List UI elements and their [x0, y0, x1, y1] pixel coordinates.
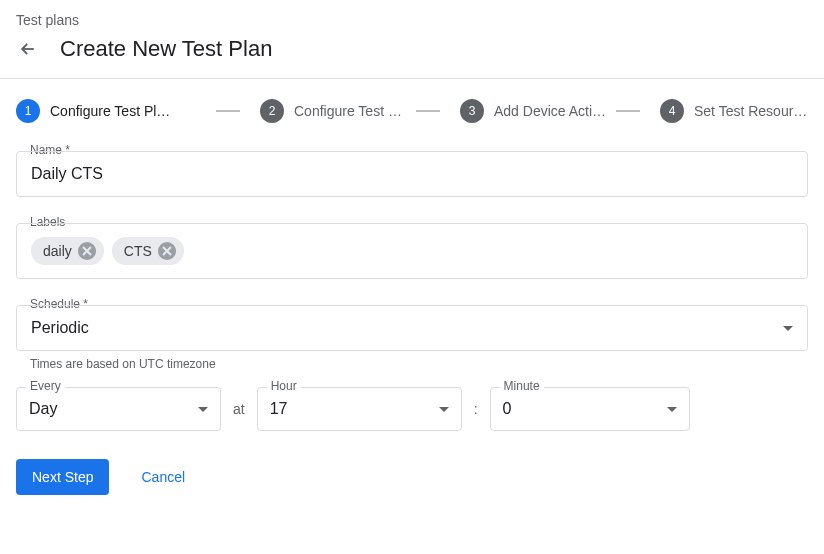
name-field-wrap: Name * — [16, 151, 808, 197]
page-title: Create New Test Plan — [60, 36, 272, 62]
chip-remove-icon[interactable] — [78, 242, 96, 260]
chevron-down-icon — [439, 407, 449, 412]
step-4[interactable]: 4 Set Test Resourc… — [616, 99, 808, 123]
schedule-period-row: Every Day at Hour 17 : Minute 0 — [16, 387, 808, 431]
step-2[interactable]: 2 Configure Test Ru… — [216, 99, 408, 123]
minute-field-wrap: Minute 0 — [490, 387, 690, 431]
hour-label: Hour — [267, 379, 301, 393]
minute-select[interactable]: 0 — [490, 387, 690, 431]
every-field-wrap: Every Day — [16, 387, 221, 431]
every-value: Day — [29, 400, 57, 418]
schedule-select[interactable]: Periodic — [16, 305, 808, 351]
actions-row: Next Step Cancel — [16, 459, 808, 495]
step-4-label: Set Test Resourc… — [694, 103, 808, 119]
schedule-hint: Times are based on UTC timezone — [16, 357, 808, 371]
back-arrow-icon[interactable] — [16, 37, 40, 61]
colon-separator: : — [474, 401, 478, 417]
step-connector-icon — [416, 110, 440, 112]
step-1[interactable]: 1 Configure Test Pl… — [16, 99, 208, 123]
next-step-button[interactable]: Next Step — [16, 459, 109, 495]
hour-field-wrap: Hour 17 — [257, 387, 462, 431]
hour-select[interactable]: 17 — [257, 387, 462, 431]
hour-value: 17 — [270, 400, 288, 418]
page-header: Create New Test Plan — [0, 32, 824, 78]
step-1-circle: 1 — [16, 99, 40, 123]
step-3-circle: 3 — [460, 99, 484, 123]
labels-field[interactable]: daily CTS — [16, 223, 808, 279]
chip-remove-icon[interactable] — [158, 242, 176, 260]
chevron-down-icon — [667, 407, 677, 412]
every-select[interactable]: Day — [16, 387, 221, 431]
name-input[interactable] — [31, 165, 793, 183]
name-field[interactable] — [16, 151, 808, 197]
minute-label: Minute — [500, 379, 544, 393]
chevron-down-icon — [198, 407, 208, 412]
cancel-button[interactable]: Cancel — [141, 469, 185, 485]
step-connector-icon — [616, 110, 640, 112]
step-1-label: Configure Test Pl… — [50, 103, 170, 119]
stepper: 1 Configure Test Pl… 2 Configure Test Ru… — [16, 99, 808, 123]
chip-text: CTS — [124, 243, 152, 259]
step-2-circle: 2 — [260, 99, 284, 123]
label-chip-daily: daily — [31, 237, 104, 265]
schedule-value: Periodic — [31, 319, 89, 337]
chip-text: daily — [43, 243, 72, 259]
minute-value: 0 — [503, 400, 512, 418]
labels-field-wrap: Labels daily CTS — [16, 223, 808, 279]
at-separator: at — [233, 401, 245, 417]
step-2-label: Configure Test Ru… — [294, 103, 408, 119]
step-connector-icon — [216, 110, 240, 112]
step-3[interactable]: 3 Add Device Actio… — [416, 99, 608, 123]
schedule-field-wrap: Schedule * Periodic — [16, 305, 808, 351]
label-chip-cts: CTS — [112, 237, 184, 265]
every-label: Every — [26, 379, 65, 393]
chevron-down-icon — [783, 326, 793, 331]
step-3-label: Add Device Actio… — [494, 103, 608, 119]
step-4-circle: 4 — [660, 99, 684, 123]
breadcrumb: Test plans — [0, 0, 824, 32]
